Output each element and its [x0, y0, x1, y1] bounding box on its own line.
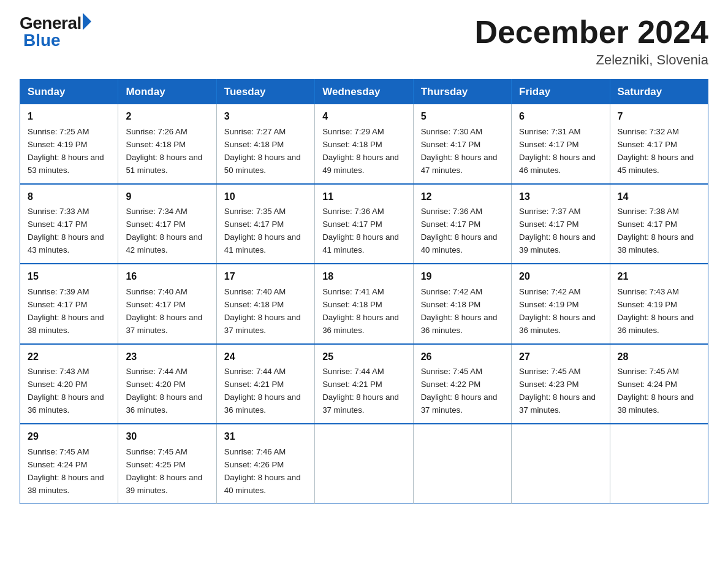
calendar-cell: 17Sunrise: 7:40 AMSunset: 4:18 PMDayligh…: [216, 264, 314, 343]
day-number: 19: [421, 269, 505, 285]
calendar-cell: 23Sunrise: 7:44 AMSunset: 4:20 PMDayligh…: [118, 344, 216, 424]
day-number: 7: [618, 109, 702, 124]
col-header-friday: Friday: [512, 80, 610, 105]
day-number: 15: [28, 269, 112, 285]
day-number: 13: [519, 190, 603, 205]
day-number: 5: [421, 109, 505, 124]
calendar-week-row: 15Sunrise: 7:39 AMSunset: 4:17 PMDayligh…: [20, 264, 708, 343]
day-number: 31: [224, 429, 308, 445]
day-number: 18: [322, 269, 406, 285]
calendar-cell: 10Sunrise: 7:35 AMSunset: 4:17 PMDayligh…: [216, 184, 314, 264]
day-info: Sunrise: 7:35 AMSunset: 4:17 PMDaylight:…: [224, 207, 301, 255]
day-info: Sunrise: 7:36 AMSunset: 4:17 PMDaylight:…: [322, 207, 399, 255]
day-info: Sunrise: 7:43 AMSunset: 4:20 PMDaylight:…: [28, 367, 104, 415]
calendar-cell: 18Sunrise: 7:41 AMSunset: 4:18 PMDayligh…: [315, 264, 413, 343]
day-number: 24: [224, 350, 308, 365]
calendar-cell: 21Sunrise: 7:43 AMSunset: 4:19 PMDayligh…: [610, 264, 708, 343]
calendar-cell: 20Sunrise: 7:42 AMSunset: 4:19 PMDayligh…: [512, 264, 610, 343]
day-info: Sunrise: 7:42 AMSunset: 4:18 PMDaylight:…: [421, 287, 498, 335]
calendar-cell: 16Sunrise: 7:40 AMSunset: 4:17 PMDayligh…: [118, 264, 216, 343]
calendar-cell: 3Sunrise: 7:27 AMSunset: 4:18 PMDaylight…: [216, 104, 314, 183]
day-info: Sunrise: 7:29 AMSunset: 4:18 PMDaylight:…: [322, 127, 399, 175]
calendar-cell: 25Sunrise: 7:44 AMSunset: 4:21 PMDayligh…: [315, 344, 413, 424]
day-number: 4: [322, 109, 406, 124]
day-info: Sunrise: 7:25 AMSunset: 4:19 PMDaylight:…: [28, 127, 104, 175]
day-number: 22: [28, 350, 112, 365]
day-number: 17: [224, 269, 308, 285]
calendar-cell: 7Sunrise: 7:32 AMSunset: 4:17 PMDaylight…: [610, 104, 708, 183]
col-header-sunday: Sunday: [20, 80, 118, 105]
calendar-cell: 31Sunrise: 7:46 AMSunset: 4:26 PMDayligh…: [216, 424, 314, 504]
day-number: 14: [618, 190, 702, 205]
day-number: 2: [126, 109, 210, 124]
day-info: Sunrise: 7:33 AMSunset: 4:17 PMDaylight:…: [28, 207, 104, 255]
calendar-week-row: 8Sunrise: 7:33 AMSunset: 4:17 PMDaylight…: [20, 184, 708, 264]
day-info: Sunrise: 7:40 AMSunset: 4:17 PMDaylight:…: [126, 287, 202, 335]
col-header-saturday: Saturday: [610, 80, 708, 105]
calendar-cell: 30Sunrise: 7:45 AMSunset: 4:25 PMDayligh…: [118, 424, 216, 504]
day-number: 11: [322, 190, 406, 205]
day-info: Sunrise: 7:45 AMSunset: 4:23 PMDaylight:…: [519, 367, 596, 415]
day-number: 29: [28, 429, 112, 445]
day-number: 30: [126, 429, 210, 445]
title-block: December 2024 Zelezniki, Slovenia: [474, 15, 708, 68]
day-info: Sunrise: 7:37 AMSunset: 4:17 PMDaylight:…: [519, 207, 596, 255]
day-number: 26: [421, 350, 505, 365]
calendar-cell: 15Sunrise: 7:39 AMSunset: 4:17 PMDayligh…: [20, 264, 118, 343]
day-info: Sunrise: 7:45 AMSunset: 4:25 PMDaylight:…: [126, 447, 202, 495]
calendar-cell: 19Sunrise: 7:42 AMSunset: 4:18 PMDayligh…: [413, 264, 511, 343]
calendar-cell: 26Sunrise: 7:45 AMSunset: 4:22 PMDayligh…: [413, 344, 511, 424]
day-number: 20: [519, 269, 603, 285]
page-header: General Blue December 2024 Zelezniki, Sl…: [20, 15, 708, 68]
calendar-cell: 1Sunrise: 7:25 AMSunset: 4:19 PMDaylight…: [20, 104, 118, 183]
calendar-header-row: SundayMondayTuesdayWednesdayThursdayFrid…: [20, 80, 708, 105]
day-info: Sunrise: 7:44 AMSunset: 4:20 PMDaylight:…: [126, 367, 202, 415]
calendar-cell: 4Sunrise: 7:29 AMSunset: 4:18 PMDaylight…: [315, 104, 413, 183]
calendar-cell: [512, 424, 610, 504]
day-number: 1: [28, 109, 112, 124]
day-info: Sunrise: 7:36 AMSunset: 4:17 PMDaylight:…: [421, 207, 498, 255]
calendar-cell: 27Sunrise: 7:45 AMSunset: 4:23 PMDayligh…: [512, 344, 610, 424]
day-info: Sunrise: 7:26 AMSunset: 4:18 PMDaylight:…: [126, 127, 202, 175]
day-info: Sunrise: 7:27 AMSunset: 4:18 PMDaylight:…: [224, 127, 301, 175]
day-number: 6: [519, 109, 603, 124]
day-number: 8: [28, 190, 112, 205]
calendar-week-row: 1Sunrise: 7:25 AMSunset: 4:19 PMDaylight…: [20, 104, 708, 183]
calendar-cell: [413, 424, 511, 504]
calendar-cell: 8Sunrise: 7:33 AMSunset: 4:17 PMDaylight…: [20, 184, 118, 264]
day-info: Sunrise: 7:40 AMSunset: 4:18 PMDaylight:…: [224, 287, 301, 335]
logo-text-blue: Blue: [23, 31, 61, 50]
day-info: Sunrise: 7:30 AMSunset: 4:17 PMDaylight:…: [421, 127, 498, 175]
day-info: Sunrise: 7:41 AMSunset: 4:18 PMDaylight:…: [322, 287, 399, 335]
logo-arrow-icon: [83, 13, 91, 30]
day-number: 16: [126, 269, 210, 285]
calendar-table: SundayMondayTuesdayWednesdayThursdayFrid…: [20, 79, 708, 504]
day-info: Sunrise: 7:45 AMSunset: 4:24 PMDaylight:…: [618, 367, 694, 415]
day-info: Sunrise: 7:45 AMSunset: 4:24 PMDaylight:…: [28, 447, 104, 495]
day-number: 27: [519, 350, 603, 365]
calendar-cell: 14Sunrise: 7:38 AMSunset: 4:17 PMDayligh…: [610, 184, 708, 264]
day-info: Sunrise: 7:42 AMSunset: 4:19 PMDaylight:…: [519, 287, 596, 335]
calendar-cell: 9Sunrise: 7:34 AMSunset: 4:17 PMDaylight…: [118, 184, 216, 264]
logo-text-general: General: [20, 15, 82, 32]
day-number: 23: [126, 350, 210, 365]
col-header-tuesday: Tuesday: [216, 80, 314, 105]
day-info: Sunrise: 7:43 AMSunset: 4:19 PMDaylight:…: [618, 287, 694, 335]
calendar-cell: [315, 424, 413, 504]
calendar-cell: 28Sunrise: 7:45 AMSunset: 4:24 PMDayligh…: [610, 344, 708, 424]
calendar-week-row: 22Sunrise: 7:43 AMSunset: 4:20 PMDayligh…: [20, 344, 708, 424]
calendar-cell: 12Sunrise: 7:36 AMSunset: 4:17 PMDayligh…: [413, 184, 511, 264]
col-header-thursday: Thursday: [413, 80, 511, 105]
day-info: Sunrise: 7:39 AMSunset: 4:17 PMDaylight:…: [28, 287, 104, 335]
day-number: 12: [421, 190, 505, 205]
day-number: 10: [224, 190, 308, 205]
day-info: Sunrise: 7:34 AMSunset: 4:17 PMDaylight:…: [126, 207, 202, 255]
calendar-cell: 5Sunrise: 7:30 AMSunset: 4:17 PMDaylight…: [413, 104, 511, 183]
calendar-cell: 22Sunrise: 7:43 AMSunset: 4:20 PMDayligh…: [20, 344, 118, 424]
day-number: 9: [126, 190, 210, 205]
day-info: Sunrise: 7:44 AMSunset: 4:21 PMDaylight:…: [224, 367, 301, 415]
month-title: December 2024: [474, 15, 708, 50]
day-number: 3: [224, 109, 308, 124]
calendar-cell: 29Sunrise: 7:45 AMSunset: 4:24 PMDayligh…: [20, 424, 118, 504]
location-title: Zelezniki, Slovenia: [474, 52, 708, 68]
